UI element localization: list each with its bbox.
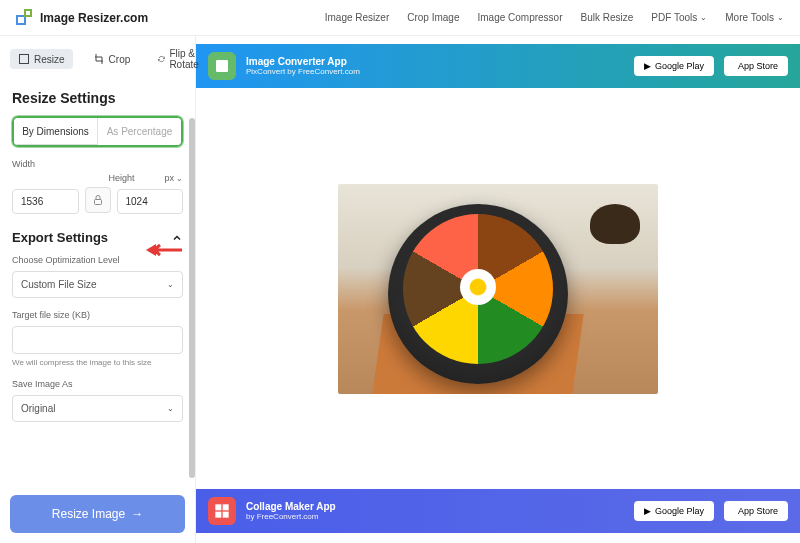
lock-icon: [92, 194, 104, 206]
optimization-select[interactable]: Custom File Size ⌄: [12, 271, 183, 298]
ad-subtitle: by FreeConvert.com: [246, 512, 624, 521]
ad-app-icon: [208, 497, 236, 525]
nav-image-resizer[interactable]: Image Resizer: [325, 12, 389, 23]
ad-banner-bottom: Collage Maker App by FreeConvert.com ▶Go…: [196, 489, 800, 533]
save-as-label: Save Image As: [12, 379, 183, 389]
resize-settings-title: Resize Settings: [12, 90, 183, 106]
svg-rect-3: [215, 504, 221, 510]
optimization-label: Choose Optimization Level: [12, 255, 183, 265]
width-input[interactable]: [12, 189, 79, 214]
nav-bulk-resize[interactable]: Bulk Resize: [581, 12, 634, 23]
arrow-right-icon: →: [131, 507, 143, 521]
main-nav: Image Resizer Crop Image Image Compresso…: [325, 12, 784, 23]
content-area: Image Converter App PixConvert by FreeCo…: [196, 36, 800, 543]
height-label: Height: [108, 173, 134, 183]
sidebar: Resize Crop Flip & Rotate Resize Setting…: [0, 36, 196, 543]
tab-flip-rotate[interactable]: Flip & Rotate: [150, 44, 211, 74]
target-size-hint: We will compress the image to this size: [12, 358, 183, 367]
resize-image-button[interactable]: Resize Image →: [10, 495, 185, 533]
logo-text: Image Resizer.com: [40, 11, 148, 25]
top-header: Image Resizer.com Image Resizer Crop Ima…: [0, 0, 800, 36]
ad-subtitle: PixConvert by FreeConvert.com: [246, 67, 624, 76]
chevron-down-icon: ⌄: [167, 404, 174, 413]
chevron-down-icon: ⌄: [700, 13, 707, 22]
resize-mode-tabs: By Dimensions As Percentage: [12, 116, 183, 147]
svg-rect-1: [94, 200, 101, 205]
mode-as-percentage[interactable]: As Percentage: [98, 118, 181, 145]
ad-app-icon: [208, 52, 236, 80]
tool-tabs: Resize Crop Flip & Rotate: [0, 36, 195, 82]
app-store-button[interactable]: App Store: [724, 501, 788, 521]
crop-icon: [93, 53, 105, 65]
chevron-down-icon: ⌄: [176, 174, 183, 183]
logo-icon: [16, 9, 34, 27]
ad-banner-top: Image Converter App PixConvert by FreeCo…: [196, 44, 800, 88]
ad-title: Collage Maker App: [246, 501, 624, 512]
chevron-down-icon: ⌄: [777, 13, 784, 22]
target-size-input[interactable]: [12, 326, 183, 354]
nav-crop-image[interactable]: Crop Image: [407, 12, 459, 23]
export-settings-header[interactable]: Export Settings: [12, 230, 183, 245]
svg-rect-5: [215, 512, 221, 518]
ad-title: Image Converter App: [246, 56, 624, 67]
nav-image-compressor[interactable]: Image Compressor: [477, 12, 562, 23]
app-store-button[interactable]: App Store: [724, 56, 788, 76]
svg-rect-6: [223, 512, 229, 518]
google-play-button[interactable]: ▶Google Play: [634, 501, 714, 521]
unit-selector[interactable]: px⌄: [164, 173, 183, 183]
save-as-select[interactable]: Original ⌄: [12, 395, 183, 422]
preview-image[interactable]: [338, 184, 658, 394]
tab-crop[interactable]: Crop: [85, 49, 139, 69]
tab-resize[interactable]: Resize: [10, 49, 73, 69]
google-play-icon: ▶: [644, 506, 651, 516]
svg-rect-2: [216, 60, 228, 72]
nav-more-tools[interactable]: More Tools⌄: [725, 12, 784, 23]
nav-pdf-tools[interactable]: PDF Tools⌄: [651, 12, 707, 23]
svg-rect-0: [20, 55, 29, 64]
resize-icon: [18, 53, 30, 65]
rotate-icon: [158, 53, 165, 65]
google-play-button[interactable]: ▶Google Play: [634, 56, 714, 76]
scrollbar[interactable]: [189, 118, 195, 478]
export-settings-title: Export Settings: [12, 230, 108, 245]
google-play-icon: ▶: [644, 61, 651, 71]
mode-by-dimensions[interactable]: By Dimensions: [14, 118, 98, 145]
logo[interactable]: Image Resizer.com: [16, 9, 148, 27]
image-preview-area: [196, 88, 800, 489]
height-input[interactable]: [117, 189, 184, 214]
chevron-up-icon: [171, 232, 183, 244]
width-label: Width: [12, 159, 35, 169]
svg-rect-4: [223, 504, 229, 510]
target-size-label: Target file size (KB): [12, 310, 183, 320]
chevron-down-icon: ⌄: [167, 280, 174, 289]
lock-aspect-button[interactable]: [85, 187, 111, 213]
